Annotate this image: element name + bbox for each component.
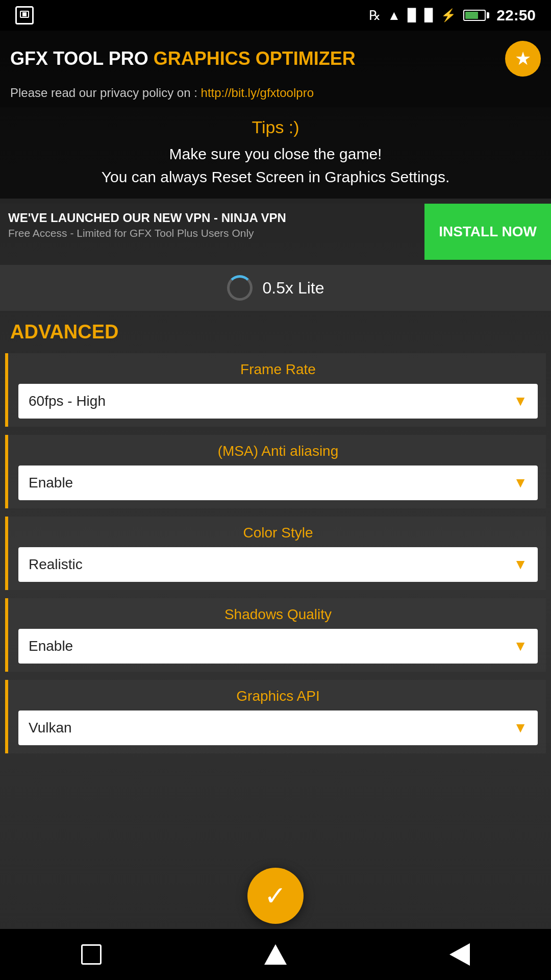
setting-value-4: Vulkan <box>29 720 72 736</box>
media-icon <box>15 6 34 24</box>
setting-arrow-2: ▼ <box>513 556 528 573</box>
setting-value-1: Enable <box>29 475 73 491</box>
status-right-icons: ℞ ▲ ▉ ▉ ⚡ 22:50 <box>369 7 536 24</box>
banner-sub-text: Free Access - Limited for GFX Tool Plus … <box>8 227 416 239</box>
fab-button[interactable]: ✓ <box>247 868 304 924</box>
setting-label-0: Frame Rate <box>18 361 538 378</box>
advanced-section: ADVANCED Frame Rate60fps - High▼(MSA) An… <box>0 311 551 772</box>
banner-ad: WE'VE LAUNCHED OUR NEW VPN - NINJA VPN F… <box>0 204 551 260</box>
loading-spinner <box>227 275 253 301</box>
setting-arrow-1: ▼ <box>513 475 528 491</box>
install-now-button[interactable]: INSTALL NOW <box>424 204 551 260</box>
setting-arrow-3: ▼ <box>513 638 528 654</box>
app-title: GFX TOOL PRO GRAPHICS OPTIMIZER <box>10 48 356 69</box>
status-left-icons <box>15 6 34 24</box>
nav-back-icon <box>449 943 470 966</box>
setting-select-1[interactable]: Enable▼ <box>18 465 538 500</box>
resolution-text: 0.5x Lite <box>263 279 324 298</box>
nav-back[interactable] <box>429 938 490 971</box>
setting-select-0[interactable]: 60fps - High▼ <box>18 384 538 419</box>
setting-item-0: Frame Rate60fps - High▼ <box>5 353 546 427</box>
setting-select-2[interactable]: Realistic▼ <box>18 547 538 582</box>
fab-icon: ✓ <box>264 880 287 911</box>
tips-line1: Make sure you close the game! <box>10 142 541 165</box>
star-button[interactable]: ★ <box>505 41 541 77</box>
setting-item-4: Graphics APIVulkan▼ <box>5 680 546 753</box>
app-title-main: GFX TOOL PRO <box>10 48 148 69</box>
nav-home-icon <box>264 944 287 965</box>
setting-label-4: Graphics API <box>18 688 538 704</box>
bluetooth-icon: ℞ <box>369 8 381 23</box>
privacy-text: Please read our privacy policy on : <box>10 86 197 100</box>
setting-select-3[interactable]: Enable▼ <box>18 629 538 664</box>
setting-select-4[interactable]: Vulkan▼ <box>18 710 538 745</box>
setting-label-2: Color Style <box>18 525 538 541</box>
setting-value-3: Enable <box>29 638 73 654</box>
signal-icon-1: ▉ <box>408 8 417 22</box>
setting-label-3: Shadows Quality <box>18 606 538 623</box>
tips-title: Tips :) <box>10 117 541 137</box>
banner-main-text: WE'VE LAUNCHED OUR NEW VPN - NINJA VPN <box>8 211 416 225</box>
setting-label-1: (MSA) Anti aliasing <box>18 443 538 459</box>
charge-icon: ⚡ <box>441 8 456 22</box>
signal-icon-2: ▉ <box>424 8 434 22</box>
setting-item-1: (MSA) Anti aliasingEnable▼ <box>5 435 546 508</box>
privacy-link[interactable]: http://bit.ly/gfxtoolpro <box>201 86 314 100</box>
tips-line2: You can always Reset Screen in Graphics … <box>10 165 541 188</box>
nav-square-icon <box>81 944 102 965</box>
svg-rect-1 <box>22 12 27 16</box>
nav-recent-apps[interactable] <box>61 939 122 970</box>
advanced-title: ADVANCED <box>5 321 546 343</box>
app-header: GFX TOOL PRO GRAPHICS OPTIMIZER ★ <box>0 31 551 82</box>
bottom-nav <box>0 929 551 980</box>
setting-item-2: Color StyleRealistic▼ <box>5 517 546 590</box>
tips-section: Tips :) Make sure you close the game! Yo… <box>0 107 551 199</box>
status-bar: ℞ ▲ ▉ ▉ ⚡ 22:50 <box>0 0 551 31</box>
resolution-area: 0.5x Lite <box>0 265 551 311</box>
wifi-icon: ▲ <box>388 8 401 23</box>
privacy-bar: Please read our privacy policy on : http… <box>0 82 551 107</box>
setting-value-0: 60fps - High <box>29 393 106 409</box>
setting-value-2: Realistic <box>29 556 83 573</box>
battery-icon <box>463 10 489 21</box>
app-title-sub: GRAPHICS OPTIMIZER <box>154 48 356 69</box>
setting-arrow-4: ▼ <box>513 720 528 736</box>
setting-item-3: Shadows QualityEnable▼ <box>5 598 546 672</box>
setting-arrow-0: ▼ <box>513 393 528 409</box>
settings-container: Frame Rate60fps - High▼(MSA) Anti aliasi… <box>5 353 546 753</box>
time-display: 22:50 <box>496 7 536 24</box>
nav-home[interactable] <box>244 939 307 970</box>
